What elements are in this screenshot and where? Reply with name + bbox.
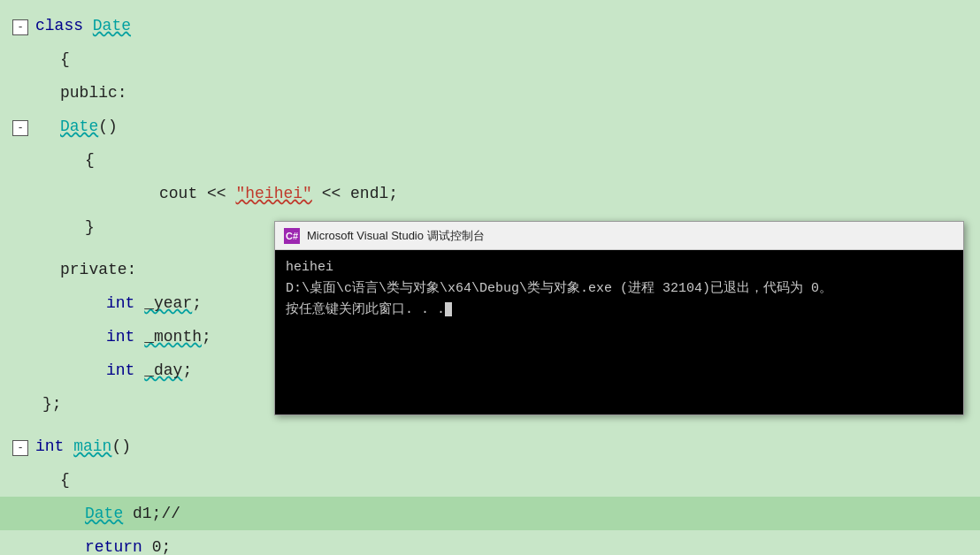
- console-icon: C#: [284, 228, 300, 244]
- code-line-6: cout << "heihei" << endl;: [0, 177, 980, 210]
- collapse-icon-4[interactable]: -: [12, 120, 28, 136]
- var-month: _month: [144, 328, 202, 346]
- console-titlebar: C# Microsoft Visual Studio 调试控制台: [275, 222, 963, 250]
- class-name-date: Date: [93, 17, 131, 34]
- console-title: Microsoft Visual Studio 调试控制台: [307, 219, 485, 253]
- func-name-main: main: [73, 437, 111, 455]
- console-window[interactable]: C# Microsoft Visual Studio 调试控制台 heihei …: [274, 221, 964, 415]
- var-day: _day: [144, 361, 182, 379]
- code-line-5: {: [0, 143, 980, 177]
- code-line-4: - Date(): [0, 110, 980, 143]
- code-line-14: [0, 421, 980, 430]
- keyword-class: class: [35, 17, 93, 34]
- code-line-18: return 0;: [0, 530, 980, 555]
- func-name-date: Date: [60, 118, 98, 135]
- console-output-2: D:\桌面\c语言\类与对象\x64\Debug\类与对象.exe (进程 32…: [286, 278, 953, 300]
- var-year: _year: [144, 294, 192, 312]
- console-body: heihei D:\桌面\c语言\类与对象\x64\Debug\类与对象.exe…: [275, 250, 963, 414]
- string-heihei: "heihei": [235, 185, 311, 202]
- console-output-1: heihei: [286, 257, 953, 278]
- code-line-1: - class Date: [0, 9, 980, 42]
- code-line-2: {: [0, 42, 980, 76]
- code-line-3: public:: [0, 76, 980, 110]
- code-line-15: - int main(): [0, 430, 980, 463]
- code-line-16: {: [0, 463, 980, 497]
- class-ref-date: Date: [85, 505, 123, 522]
- code-line-17: Date d1;//: [0, 497, 980, 530]
- cursor-blink: [445, 302, 452, 316]
- collapse-icon-15[interactable]: -: [12, 440, 28, 456]
- console-output-3: 按任意键关闭此窗口. . .: [286, 300, 953, 321]
- code-editor: - class Date { public: - Date() {: [0, 0, 980, 555]
- collapse-icon-1[interactable]: -: [12, 19, 28, 35]
